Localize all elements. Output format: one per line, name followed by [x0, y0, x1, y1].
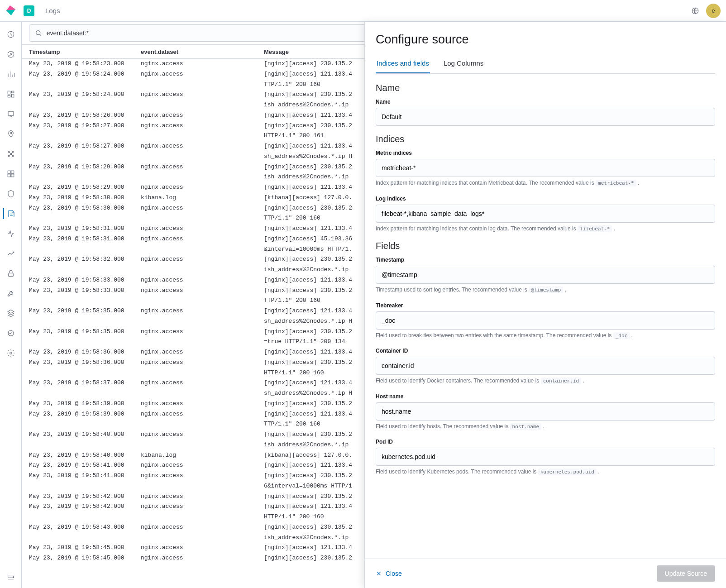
cell-dataset: nginx.access	[141, 162, 264, 172]
close-button[interactable]: Close	[376, 570, 402, 577]
section-fields-heading: Fields	[376, 241, 715, 251]
svg-rect-14	[8, 171, 10, 173]
cell-dataset: nginx.access	[141, 110, 264, 121]
label-pod: Pod ID	[376, 439, 715, 445]
cell-dataset: nginx.access	[141, 141, 264, 152]
cell-dataset: nginx.access	[141, 399, 264, 409]
section-indices-heading: Indices	[376, 134, 715, 144]
kibana-logo-icon[interactable]	[5, 5, 16, 16]
nav-infra-icon[interactable]	[4, 168, 18, 179]
form-row-log: Log indices Index pattern for matching i…	[376, 196, 715, 233]
cell-dataset: nginx.access	[141, 409, 264, 420]
cell-timestamp: May 23, 2019 @ 19:58:27.000	[29, 141, 141, 152]
input-pod[interactable]	[376, 448, 715, 466]
help-timestamp: Timestamp used to sort log entries. The …	[376, 286, 715, 294]
nav-logs-icon[interactable]	[3, 208, 17, 219]
cell-timestamp: May 23, 2019 @ 19:58:37.000	[29, 378, 141, 388]
nav-monitoring-icon[interactable]	[4, 328, 18, 339]
cell-dataset: nginx.access	[141, 203, 264, 214]
help-hostname: Field used to identify hosts. The recomm…	[376, 422, 715, 431]
cell-timestamp: May 23, 2019 @ 19:58:40.000	[29, 430, 141, 440]
newsfeed-icon[interactable]	[688, 4, 702, 18]
nav-stack-icon[interactable]	[4, 308, 18, 319]
cell-dataset: nginx.access	[141, 182, 264, 193]
nav-recent-icon[interactable]	[4, 29, 18, 40]
label-hostname: Host name	[376, 393, 715, 400]
label-log: Log indices	[376, 196, 715, 202]
nav-discover-icon[interactable]	[4, 49, 18, 60]
nav-canvas-icon[interactable]	[4, 109, 18, 120]
nav-dashboard-icon[interactable]	[4, 89, 18, 100]
cell-dataset: kibana.log	[141, 450, 264, 461]
form-row-container: Container ID Field used to identify Dock…	[376, 348, 715, 385]
space-selector[interactable]: D	[24, 5, 34, 16]
cell-dataset: nginx.access	[141, 358, 264, 368]
cell-dataset: nginx.access	[141, 543, 264, 553]
search-icon	[35, 29, 42, 37]
cell-timestamp: May 23, 2019 @ 19:58:31.000	[29, 224, 141, 234]
cell-dataset: nginx.access	[141, 306, 264, 316]
cell-timestamp: May 23, 2019 @ 19:58:40.000	[29, 450, 141, 461]
form-row-metric: Metric indices Index pattern for matchin…	[376, 150, 715, 187]
cell-timestamp: May 23, 2019 @ 19:58:41.000	[29, 471, 141, 481]
cell-timestamp: May 23, 2019 @ 19:58:29.000	[29, 182, 141, 193]
input-timestamp[interactable]	[376, 266, 715, 284]
col-message: Message	[264, 48, 289, 55]
cell-dataset: nginx.access	[141, 224, 264, 234]
nav-ml-icon[interactable]	[4, 148, 18, 159]
nav-maps-icon[interactable]	[4, 129, 18, 139]
cell-timestamp: May 23, 2019 @ 19:58:35.000	[29, 306, 141, 316]
tab-indices[interactable]: Indices and fields	[376, 54, 430, 73]
nav-visualize-icon[interactable]	[4, 69, 18, 80]
update-source-button[interactable]: Update Source	[657, 565, 715, 582]
input-log[interactable]	[376, 205, 715, 223]
label-tiebreaker: Tiebreaker	[376, 302, 715, 309]
cell-timestamp: May 23, 2019 @ 19:58:30.000	[29, 203, 141, 214]
svg-rect-4	[11, 91, 14, 93]
input-metric[interactable]	[376, 159, 715, 177]
input-hostname[interactable]	[376, 402, 715, 421]
cell-timestamp: May 23, 2019 @ 19:58:36.000	[29, 358, 141, 368]
cell-timestamp: May 23, 2019 @ 19:58:42.000	[29, 492, 141, 502]
cell-timestamp: May 23, 2019 @ 19:58:24.000	[29, 69, 141, 80]
nav-uptime-icon[interactable]	[4, 248, 18, 259]
label-container: Container ID	[376, 348, 715, 354]
avatar[interactable]: e	[706, 4, 721, 18]
tabs: Indices and fields Log Columns	[376, 54, 715, 74]
cell-dataset: nginx.access	[141, 522, 264, 533]
svg-rect-16	[8, 174, 10, 177]
nav-devtools-icon[interactable]	[4, 288, 18, 299]
cell-timestamp: May 23, 2019 @ 19:58:26.000	[29, 110, 141, 121]
svg-rect-18	[8, 273, 13, 277]
cell-timestamp: May 23, 2019 @ 19:58:23.000	[29, 59, 141, 69]
cell-timestamp: May 23, 2019 @ 19:58:39.000	[29, 409, 141, 420]
svg-rect-15	[11, 171, 14, 173]
nav-apm-icon[interactable]	[4, 228, 18, 239]
form-row-timestamp: Timestamp Timestamp used to sort log ent…	[376, 257, 715, 294]
cell-dataset: nginx.access	[141, 471, 264, 481]
cell-timestamp: May 23, 2019 @ 19:58:41.000	[29, 460, 141, 471]
nav-management-icon[interactable]	[4, 348, 18, 359]
nav-siem-icon[interactable]	[4, 188, 18, 199]
svg-rect-3	[8, 91, 10, 94]
close-icon	[376, 570, 382, 577]
input-container[interactable]	[376, 357, 715, 375]
cell-dataset: nginx.access	[141, 234, 264, 244]
svg-rect-17	[11, 174, 14, 177]
cell-timestamp: May 23, 2019 @ 19:58:45.000	[29, 543, 141, 553]
input-name[interactable]	[376, 108, 715, 126]
label-name: Name	[376, 99, 715, 105]
label-metric: Metric indices	[376, 150, 715, 156]
cell-dataset: kibana.log	[141, 193, 264, 203]
form-row-tiebreaker: Tiebreaker Field used to break ties betw…	[376, 302, 715, 340]
svg-rect-5	[11, 94, 14, 97]
cell-dataset: nginx.access	[141, 492, 264, 502]
cell-timestamp: May 23, 2019 @ 19:58:29.000	[29, 162, 141, 172]
tab-log-columns[interactable]: Log Columns	[443, 54, 484, 73]
nav-security-icon[interactable]	[4, 268, 18, 279]
svg-point-2	[8, 51, 14, 57]
flyout-body[interactable]: Indices and fields Log Columns Name Name…	[365, 48, 726, 559]
cell-dataset: nginx.access	[141, 69, 264, 80]
nav-collapse-icon[interactable]	[4, 572, 18, 583]
input-tiebreaker[interactable]	[376, 311, 715, 330]
